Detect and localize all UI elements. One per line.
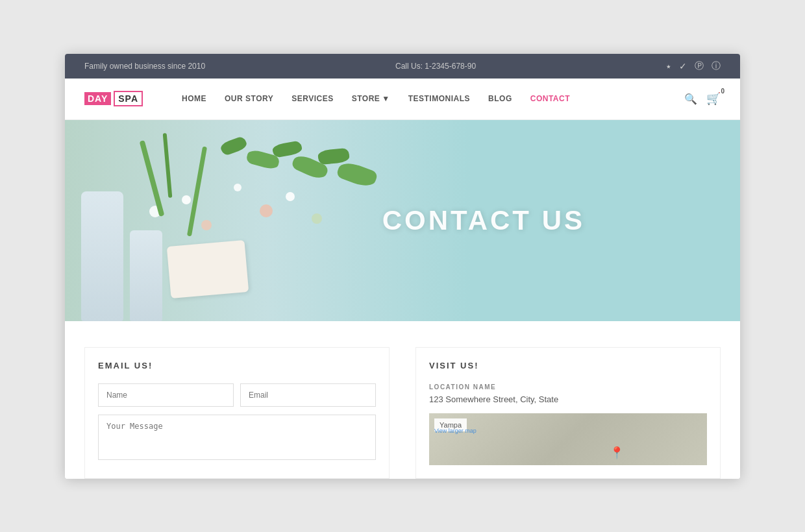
email-section-title: EMAIL US! [98,361,376,370]
top-bar-left-text: Family owned business since 2010 [84,62,205,71]
location-label: LOCATION NAME [429,383,707,391]
hero-banner: CONTACT US [65,120,740,321]
search-icon[interactable]: 🔍 [684,93,697,105]
top-bar: Family owned business since 2010 Call Us… [65,54,740,79]
nav-testimonials[interactable]: TESTIMONIALS [408,94,470,103]
form-name-email-row [98,383,376,407]
content-section: EMAIL US! VISIT US! LOCATION NAME 123 So… [65,321,740,479]
message-textarea[interactable] [98,415,376,460]
leaf-decoration [272,140,303,158]
facebook-icon[interactable]: ٭ [666,61,671,71]
nav-our-story[interactable]: OUR STORY [225,94,273,103]
nav-services[interactable]: SERVICES [291,94,333,103]
logo[interactable]: DAY SPA [84,91,143,106]
nav-actions: 🔍 🛒 0 [684,91,721,106]
visit-section: VISIT US! LOCATION NAME 123 Somewhere St… [415,347,721,479]
flower-decoration [201,220,212,230]
visit-section-title: VISIT US! [429,361,707,370]
candle-small-decoration [130,230,162,321]
leaf-decoration [317,147,350,164]
flower-decoration [312,213,322,224]
top-bar-center-text: Call Us: 1-2345-678-90 [395,62,476,71]
twitter-icon[interactable]: ✓ [679,61,687,71]
flower-decoration [286,192,295,201]
nav-store[interactable]: STORE ▼ [352,94,390,103]
top-bar-social: ٭ ✓ Ⓟ ⓘ [666,60,721,72]
flower-decoration [234,184,242,191]
nav-home[interactable]: HOME [182,94,206,103]
nav-links: HOME OUR STORY SERVICES STORE ▼ TESTIMON… [182,94,684,103]
logo-day: DAY [84,92,111,105]
pinterest-icon[interactable]: Ⓟ [695,60,704,72]
nav-blog[interactable]: BLOG [488,94,512,103]
candle-decoration [81,191,123,321]
location-address: 123 Somewhere Street, City, State [429,394,707,404]
flower-decoration [260,204,273,217]
leaf-stem [140,140,165,217]
hero-background: CONTACT US [65,120,740,321]
instagram-icon[interactable]: ⓘ [712,60,721,72]
email-section: EMAIL US! [84,347,390,479]
email-input[interactable] [240,383,376,407]
map-pin-icon: 📍 [610,446,624,460]
leaf-decoration [219,135,248,156]
dropdown-arrow-icon: ▼ [382,94,390,103]
nav-contact[interactable]: CONTACT [530,94,570,103]
map-view-larger-link[interactable]: View larger map [434,428,477,434]
leaf-stem [163,132,173,197]
name-input[interactable] [98,383,234,407]
cart-icon: 🛒 [706,92,721,105]
logo-spa: SPA [114,91,143,106]
hero-title: CONTACT US [382,205,585,236]
cart-button[interactable]: 🛒 0 [706,91,721,106]
cart-badge: 0 [721,88,724,95]
towel-decoration [167,239,249,298]
map-placeholder: Yampa View larger map 📍 [429,413,707,465]
browser-window: Family owned business since 2010 Call Us… [65,54,740,479]
flower-decoration [182,195,191,204]
main-nav: DAY SPA HOME OUR STORY SERVICES STORE ▼ … [65,79,740,120]
leaf-decoration [336,159,378,189]
